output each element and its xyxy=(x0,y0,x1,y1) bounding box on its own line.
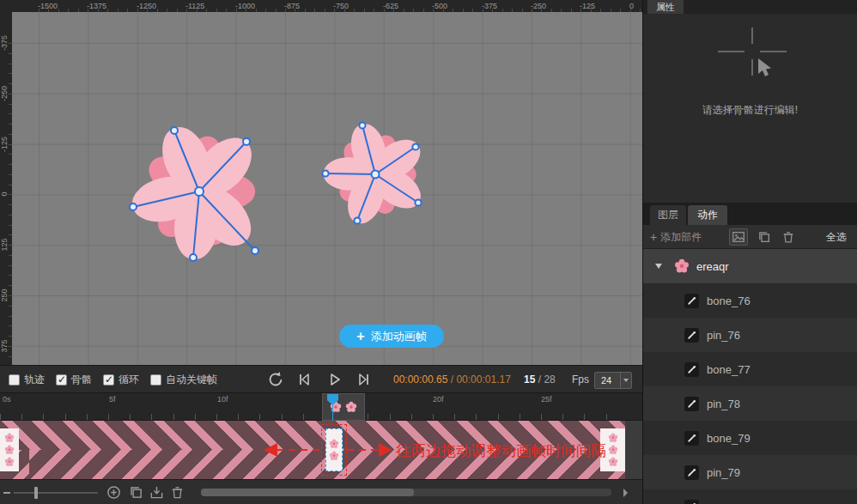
checkbox-track[interactable]: 轨迹 xyxy=(9,373,45,387)
layer-item-bone[interactable]: bone_79 xyxy=(643,421,857,455)
move-crosshair-icon xyxy=(705,26,799,94)
stage-canvas[interactable]: + 添加动画帧 xyxy=(12,12,642,365)
export-frame-icon[interactable] xyxy=(149,485,164,500)
bone-icon xyxy=(684,328,699,343)
checkbox-bone[interactable]: 骨骼 xyxy=(56,373,92,387)
checkbox-autokey[interactable]: 自动关键帧 xyxy=(150,373,217,387)
zoom-in-icon[interactable] xyxy=(106,485,121,500)
checkbox-loop[interactable]: 循环 xyxy=(103,373,139,387)
layer-item-partial[interactable] xyxy=(643,489,857,504)
time-total: 00:00:01.17 xyxy=(456,373,510,386)
frame-current: 15 xyxy=(524,373,535,386)
checkbox-bone-label: 骨骼 xyxy=(71,373,92,387)
next-frame-icon[interactable] xyxy=(354,370,373,389)
ruler-h-label: -375 xyxy=(482,2,497,10)
playback-controls xyxy=(266,370,373,389)
trash-icon[interactable] xyxy=(779,228,798,246)
flowers-artwork[interactable] xyxy=(12,12,642,365)
timeline-ticks xyxy=(0,414,610,420)
option-checkboxes: 轨迹 骨骼 循环 自动关键帧 xyxy=(9,366,217,394)
frame-total: 28 xyxy=(544,373,555,386)
ruler-h-label: -1375 xyxy=(87,2,106,10)
flower-keyframe-icon xyxy=(4,433,15,443)
horizontal-ruler: -1500 -1375 -1250 -1125 -1000 -875 -750 … xyxy=(12,0,642,12)
add-part-button[interactable]: + 添加部件 xyxy=(650,225,702,249)
annotation-highlight-rect xyxy=(321,424,347,476)
vertical-ruler: -375 -250 -125 0 125 250 375 xyxy=(0,12,12,365)
keyframe-block-first[interactable] xyxy=(0,428,19,471)
flower-2[interactable] xyxy=(322,120,428,229)
ruler-h-label: -1125 xyxy=(185,2,204,10)
ruler-v-label: -375 xyxy=(0,26,10,60)
ruler-h-label: -125 xyxy=(580,2,595,10)
flower-1[interactable] xyxy=(128,120,263,262)
select-all-button[interactable]: 全选 xyxy=(826,225,847,249)
timeline-bottom-bar xyxy=(0,479,642,504)
transport-bar: 轨迹 骨骼 循环 自动关键帧 xyxy=(0,365,642,393)
layer-item-pin[interactable]: pin_78 xyxy=(643,386,857,421)
restart-icon[interactable] xyxy=(266,370,285,389)
play-icon[interactable] xyxy=(325,370,343,389)
bone-icon xyxy=(684,431,699,446)
checkbox-track-label: 轨迹 xyxy=(24,373,45,387)
flower-keyframe-icon xyxy=(608,433,618,443)
layers-tree: ereaqr bone_76 pin_76 bone_77 pin_78 bon… xyxy=(643,249,857,504)
checkbox-loop-label: 循环 xyxy=(119,373,139,387)
layers-toolbar: + 添加部件 全选 xyxy=(643,225,857,249)
scroll-right-icon[interactable] xyxy=(618,486,632,500)
ruler-v-label: 250 xyxy=(0,278,10,313)
layer-item-bone[interactable]: bone_77 xyxy=(643,352,857,386)
zoom-out-icon[interactable] xyxy=(3,492,10,494)
properties-panel: 请选择骨骼进行编辑! xyxy=(643,14,857,203)
cursor-arrow-icon xyxy=(758,58,771,76)
timeline-ruler[interactable]: 0s 5f 10f 20f 25f xyxy=(0,393,642,421)
flower-keyframe-icon xyxy=(4,445,15,455)
layer-item-label: bone_79 xyxy=(707,432,751,445)
add-part-label: 添加部件 xyxy=(660,230,702,245)
bone-icon xyxy=(684,500,699,504)
trash-icon[interactable] xyxy=(170,485,185,500)
checkbox-autokey-box[interactable] xyxy=(150,374,161,386)
bone-icon xyxy=(684,465,699,480)
checkbox-bone-box[interactable] xyxy=(56,374,67,386)
ruler-h-label: -750 xyxy=(333,2,349,10)
frame-separator: / xyxy=(535,373,544,386)
zoom-slider-thumb[interactable] xyxy=(34,487,38,499)
timeline-zoom-slider[interactable] xyxy=(14,492,98,494)
layer-item-label: pin_79 xyxy=(707,466,740,479)
layer-item-bone[interactable]: bone_76 xyxy=(643,283,857,318)
ruler-v-label: 0 xyxy=(0,177,10,211)
copy-icon[interactable] xyxy=(755,228,774,246)
ruler-h-label: -1500 xyxy=(38,2,58,10)
horizontal-scrollbar-thumb[interactable] xyxy=(201,489,414,496)
checkbox-loop-box[interactable] xyxy=(103,374,114,386)
tab-layers[interactable]: 图层 xyxy=(650,205,686,225)
ruler-v-label: -250 xyxy=(0,76,10,111)
ruler-v-label: 125 xyxy=(0,228,10,262)
ruler-h-label: -1000 xyxy=(235,2,255,10)
copy-frame-icon[interactable] xyxy=(129,485,143,500)
layer-item-pin[interactable]: pin_76 xyxy=(643,318,857,352)
layer-item-root[interactable]: ereaqr xyxy=(643,249,857,283)
plus-icon: + xyxy=(650,230,657,244)
timeline-label: 25f xyxy=(541,395,552,404)
image-icon[interactable] xyxy=(729,228,748,246)
playhead-line xyxy=(332,404,333,421)
horizontal-scrollbar[interactable] xyxy=(201,489,611,496)
tab-actions[interactable]: 动作 xyxy=(688,205,727,225)
chevron-down-icon[interactable] xyxy=(620,373,631,388)
layer-item-label: bone_76 xyxy=(707,295,751,307)
ruler-v-label: -125 xyxy=(0,127,10,161)
layer-item-pin[interactable]: pin_79 xyxy=(643,455,857,489)
ruler-h-label: 0 xyxy=(629,2,634,10)
bone-icon xyxy=(684,294,699,308)
timeline-track[interactable]: 往两边拖动调整动画帧时间间隔 xyxy=(0,421,642,479)
flower-keyframe-icon xyxy=(608,457,618,467)
add-animation-frame-button[interactable]: + 添加动画帧 xyxy=(339,325,444,348)
fps-dropdown[interactable]: 24 xyxy=(594,372,632,389)
layer-item-label: pin_78 xyxy=(707,398,740,410)
bone-icon xyxy=(684,362,699,377)
caret-down-icon[interactable] xyxy=(655,264,662,269)
checkbox-track-box[interactable] xyxy=(9,374,20,386)
previous-frame-icon[interactable] xyxy=(295,370,314,389)
